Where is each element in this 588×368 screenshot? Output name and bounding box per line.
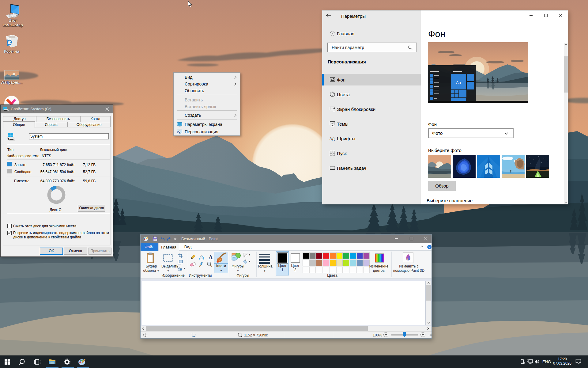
svg-text:Aa: Aa bbox=[456, 80, 461, 85]
